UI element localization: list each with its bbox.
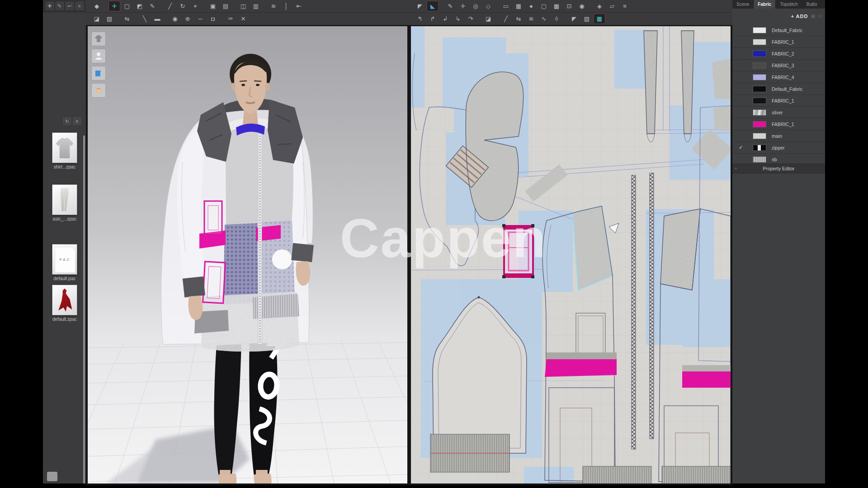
file-thumbnail[interactable]: P.A.C	[52, 244, 77, 275]
rectangle-icon[interactable]: ▦	[513, 1, 524, 11]
fabric-swatch[interactable]	[753, 156, 766, 163]
pattern-select-icon[interactable]: ◤	[414, 1, 426, 11]
file-thumbnail[interactable]	[52, 285, 77, 315]
fabric-item[interactable]: FABRIC_4	[732, 71, 825, 83]
viewport-3d[interactable]	[86, 25, 409, 485]
library-file[interactable]: P.A.C default.pac	[45, 244, 85, 281]
texture-select-icon[interactable]: ◤	[568, 14, 580, 24]
fabric-swatch[interactable]	[753, 74, 766, 80]
clone-rotate-icon[interactable]: ↳	[452, 14, 464, 24]
mesh-garment-icon[interactable]: ▧	[104, 14, 115, 24]
edit-sculpt-icon[interactable]: ✎	[146, 1, 158, 11]
elastic-icon[interactable]: ≋	[525, 14, 537, 24]
grade-icon[interactable]: ◪	[482, 14, 494, 24]
scissors-icon[interactable]: ✕	[237, 14, 249, 24]
pin-2d-icon[interactable]: ◊	[551, 14, 562, 24]
sidebar-splitter[interactable]	[83, 136, 85, 483]
dart-icon[interactable]: ◈	[594, 1, 605, 11]
select-move-icon[interactable]: ✛	[108, 1, 120, 11]
fabric-swatch[interactable]	[753, 27, 766, 33]
library-file[interactable]: shirt...zpac	[45, 132, 85, 169]
fabric-swatch[interactable]	[753, 109, 766, 116]
fabric-swatch[interactable]	[753, 133, 766, 139]
trim-pen-icon[interactable]: ✑	[225, 14, 236, 24]
file-thumbnail[interactable]	[52, 184, 77, 215]
fabric-swatch[interactable]	[753, 98, 766, 104]
ruler-icon[interactable]: │	[280, 1, 292, 11]
fabric-item[interactable]: FABRIC_1	[732, 118, 825, 130]
sew-seam-icon[interactable]: ╲	[139, 14, 151, 24]
internal-rect-icon[interactable]: ▢	[538, 1, 550, 11]
simulate-icon[interactable]: ◆	[91, 1, 103, 11]
trace-icon[interactable]: ▱	[606, 1, 618, 11]
panel-tab[interactable]: Scene	[732, 0, 754, 9]
notch-icon[interactable]: ╱	[500, 14, 512, 24]
delete-fabric-icon[interactable]: ⊘	[818, 13, 822, 19]
fabric-item[interactable]: FABRIC_2	[732, 48, 825, 60]
pen-3d-icon[interactable]: ╱	[164, 1, 176, 11]
edit-file-icon[interactable]: ✎	[56, 2, 64, 10]
fabric-item[interactable]: Default_Fabric	[732, 24, 825, 36]
pleats-icon[interactable]: ≡	[619, 1, 631, 11]
fabric-swatch[interactable]	[753, 51, 766, 57]
fabric-tag-icon[interactable]: ◘	[207, 14, 219, 24]
copy-fabric-icon[interactable]: ▣	[811, 13, 815, 19]
fabric-swatch[interactable]	[753, 39, 766, 45]
show-avatar-button[interactable]	[91, 49, 106, 63]
fabric-swatch[interactable]	[753, 145, 766, 151]
symmetry-icon[interactable]: ⇆	[121, 14, 133, 24]
transform-gizmo-icon[interactable]: ◩	[134, 1, 146, 11]
corner-button[interactable]	[47, 472, 57, 481]
clone-mirror-icon[interactable]: ↱	[427, 14, 439, 24]
fabric-swatch[interactable]	[753, 62, 766, 69]
fabric-swatch[interactable]	[753, 86, 766, 92]
shirring-icon[interactable]: ∿	[538, 14, 550, 24]
file-thumbnail[interactable]	[52, 132, 77, 163]
fabric-item[interactable]: FABRIC_1	[732, 36, 825, 48]
buttonhole-icon[interactable]: ⊕	[182, 14, 193, 24]
add-point-icon[interactable]: ✛	[457, 1, 469, 11]
panel-tab[interactable]: Fabric	[754, 0, 776, 9]
edit-pattern-icon[interactable]: ✎	[444, 1, 456, 11]
garment-select-icon[interactable]: ◪	[91, 14, 103, 24]
clone-flip-icon[interactable]: ↷	[465, 14, 476, 24]
show-garment-button[interactable]	[91, 32, 106, 46]
clone-paste-icon[interactable]: ↲	[439, 14, 451, 24]
fabric-item[interactable]: FABRIC_3	[732, 60, 825, 71]
internal-grid-icon[interactable]: ▩	[551, 1, 562, 11]
panel-tab[interactable]: Butto	[802, 0, 821, 9]
internal-circle-icon[interactable]: ◉	[576, 1, 588, 11]
sew-free-icon[interactable]: ▬	[151, 14, 163, 24]
undo-icon[interactable]: ↩	[66, 2, 74, 10]
show-face-button[interactable]	[91, 83, 106, 98]
panel-tab[interactable]: Topstitch	[776, 0, 802, 9]
fabric-item[interactable]: FABRIC_1	[732, 95, 825, 107]
circle-icon[interactable]: ●	[525, 1, 537, 11]
avatar-display-icon[interactable]: ◫	[237, 1, 249, 11]
internal-dart-icon[interactable]: ⊡	[563, 1, 575, 11]
show-pattern-button[interactable]	[91, 66, 106, 80]
polygon-icon[interactable]: ▭	[500, 1, 512, 11]
attach-line-icon[interactable]: ─	[194, 14, 206, 24]
fabric-item[interactable]: silver	[732, 107, 825, 118]
edit-curvature-icon[interactable]: ◇	[482, 1, 494, 11]
viewport-2d[interactable]	[409, 25, 732, 485]
menu-icon[interactable]: ≡	[75, 2, 84, 10]
add-fabric-button[interactable]: + ADD	[791, 14, 808, 19]
fabric-item[interactable]: main	[732, 130, 825, 142]
property-editor-bar[interactable]: + Property Editor	[732, 164, 825, 174]
button-icon[interactable]: ◉	[169, 14, 181, 24]
fabric-item[interactable]: Default_Fabric	[732, 83, 825, 95]
transform-pattern-icon[interactable]: ◣	[427, 1, 439, 11]
texture-garment-icon[interactable]: ▧	[581, 14, 593, 24]
sync-library-icon[interactable]: ↻	[63, 117, 71, 125]
select-box-icon[interactable]: ▢	[121, 1, 133, 11]
list-view-icon[interactable]: ≡	[73, 117, 81, 125]
pin-icon[interactable]: ⌖	[189, 1, 201, 11]
add-file-icon[interactable]: ✚	[46, 2, 54, 10]
library-file[interactable]: default.zpac	[45, 285, 85, 322]
unfold-icon[interactable]: ↰	[414, 14, 426, 24]
library-file[interactable]: asic_...zpac	[45, 184, 85, 221]
move-garment-icon[interactable]: ▣	[207, 1, 219, 11]
walk-pose-icon[interactable]: ▥	[250, 1, 262, 11]
